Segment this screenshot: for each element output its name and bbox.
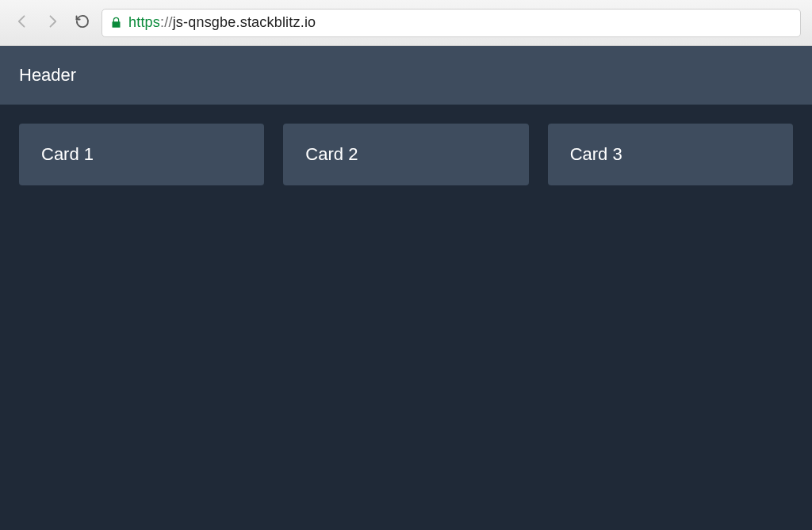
lock-icon — [110, 16, 122, 29]
page-viewport: Header Card 1 Card 2 Card 3 — [0, 46, 812, 530]
card: Card 2 — [283, 124, 528, 185]
page-header: Header — [0, 46, 812, 105]
card-label: Card 1 — [41, 144, 94, 164]
url-protocol: https — [128, 14, 160, 31]
arrow-right-icon — [44, 13, 60, 32]
card-label: Card 3 — [570, 144, 622, 164]
card-label: Card 2 — [305, 144, 358, 164]
browser-toolbar: https://js-qnsgbe.stackblitz.io — [0, 0, 812, 46]
url-text: https://js-qnsgbe.stackblitz.io — [128, 14, 316, 31]
card-grid: Card 1 Card 2 Card 3 — [0, 105, 812, 204]
card: Card 1 — [19, 124, 264, 185]
header-title: Header — [19, 65, 76, 85]
reload-icon — [75, 13, 90, 32]
url-host: js-qnsgbe.stackblitz.io — [173, 14, 316, 31]
address-bar[interactable]: https://js-qnsgbe.stackblitz.io — [102, 9, 801, 37]
url-separator: :// — [160, 14, 173, 31]
reload-button[interactable] — [71, 12, 94, 34]
back-button[interactable] — [11, 12, 33, 34]
arrow-left-icon — [14, 13, 30, 32]
forward-button[interactable] — [41, 12, 63, 34]
card: Card 3 — [548, 124, 793, 185]
